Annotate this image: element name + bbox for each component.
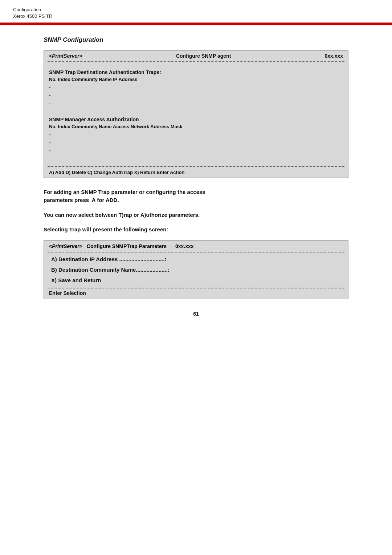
terminal-header-2: <PrintServer> Configure SNMPTrap Paramet… xyxy=(44,241,348,252)
trap-row-3: - xyxy=(49,100,343,108)
terminal-box-1: <PrintServer> Configure SNMP agent 0xx.x… xyxy=(44,50,348,178)
trap-section-label: SNMP Trap Destinations Authentication Tr… xyxy=(49,69,343,75)
main-content: SNMP Configuration <PrintServer> Configu… xyxy=(0,25,392,331)
manager-col-headers: No. Index Community Name Access Network … xyxy=(49,124,343,129)
option-a: A) Destination IP Address ..............… xyxy=(51,256,341,262)
terminal-body-2: A) Destination IP Address ..............… xyxy=(44,252,348,288)
trap-row-1: - xyxy=(49,84,343,92)
section-title: SNMP Configuration xyxy=(44,36,348,44)
terminal-header-1: <PrintServer> Configure SNMP agent 0xx.x… xyxy=(44,50,348,61)
manager-section-label: SNMP Manager Access Authorization xyxy=(49,117,343,122)
terminal-body-1: SNMP Trap Destinations Authentication Tr… xyxy=(44,62,348,163)
header: Configuration Xerox 4500 PS TR xyxy=(0,0,392,20)
manager-row-2: - xyxy=(49,139,343,147)
option-b: B) Destination Community Name...........… xyxy=(51,267,341,273)
trap-row-2: - xyxy=(49,92,343,100)
header-line2: Xerox 4500 PS TR xyxy=(13,13,379,20)
enter-selection: Enter Selection xyxy=(44,288,348,299)
body-text-3: Selecting Trap will present the followin… xyxy=(44,226,348,234)
printserver-tag-1: <PrintServer> xyxy=(49,53,82,59)
printserver-tag-2: <PrintServer> xyxy=(49,243,82,249)
terminal-version-1: 0xx.xxx xyxy=(324,53,343,59)
save-return: X) Save and Return xyxy=(51,277,341,283)
body-text-2: You can now select between T)rap or A)ut… xyxy=(44,211,348,219)
trap-col-headers: No. Index Community Name IP Address xyxy=(49,77,343,82)
header-line1: Configuration xyxy=(13,7,379,13)
terminal-version-2: 0xx.xxx xyxy=(175,243,194,249)
page-number: 61 xyxy=(44,311,348,317)
terminal-box-2: <PrintServer> Configure SNMPTrap Paramet… xyxy=(44,240,348,299)
manager-row-1: - xyxy=(49,131,343,139)
manager-row-3: - xyxy=(49,147,343,155)
body-text-1: For adding an SNMP Trap parameter or con… xyxy=(44,188,348,204)
terminal-title-2: Configure SNMPTrap Parameters xyxy=(87,243,167,249)
terminal-title-1: Configure SNMP agent xyxy=(176,53,231,59)
terminal-actions-1: A) Add D) Delete C) Change AuthTrap X) R… xyxy=(44,167,348,178)
